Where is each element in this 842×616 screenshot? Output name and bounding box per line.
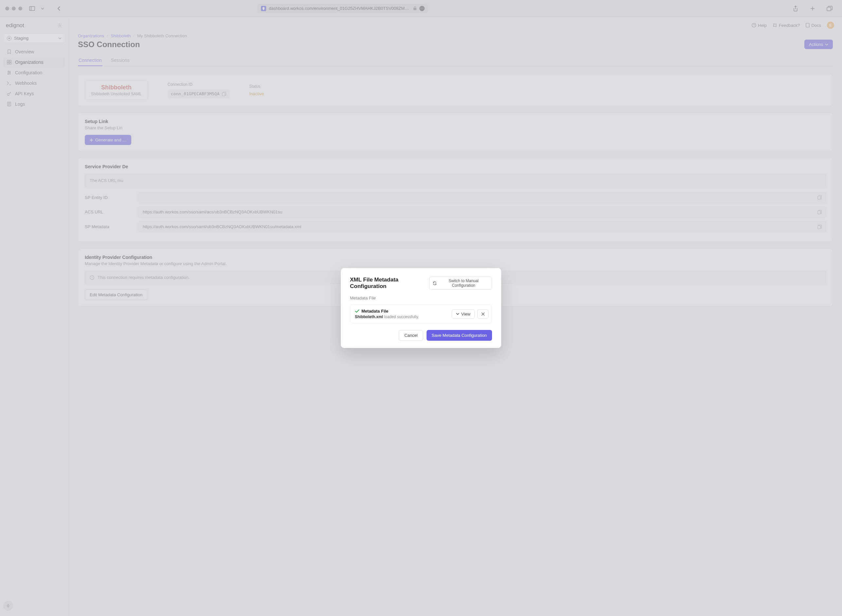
metadata-file-label: Metadata File xyxy=(350,296,492,301)
view-file-button[interactable]: View xyxy=(452,309,475,319)
modal-overlay[interactable]: XML File Metadata Configuration Switch t… xyxy=(0,0,842,616)
switch-manual-button[interactable]: Switch to Manual Configuration xyxy=(429,277,492,290)
save-button[interactable]: Save Metadata Configuration xyxy=(427,330,492,341)
check-icon xyxy=(355,309,359,313)
metadata-file-row: Metadata File Shibboleth.xml loaded succ… xyxy=(350,304,492,323)
cancel-button[interactable]: Cancel xyxy=(399,330,423,341)
metadata-file-status: Shibboleth.xml loaded successfully. xyxy=(355,315,447,319)
metadata-file-title: Metadata File xyxy=(361,309,388,314)
modal-title: XML File Metadata Configuration xyxy=(350,277,429,290)
metadata-config-modal: XML File Metadata Configuration Switch t… xyxy=(341,268,501,348)
remove-file-button[interactable] xyxy=(477,309,488,319)
